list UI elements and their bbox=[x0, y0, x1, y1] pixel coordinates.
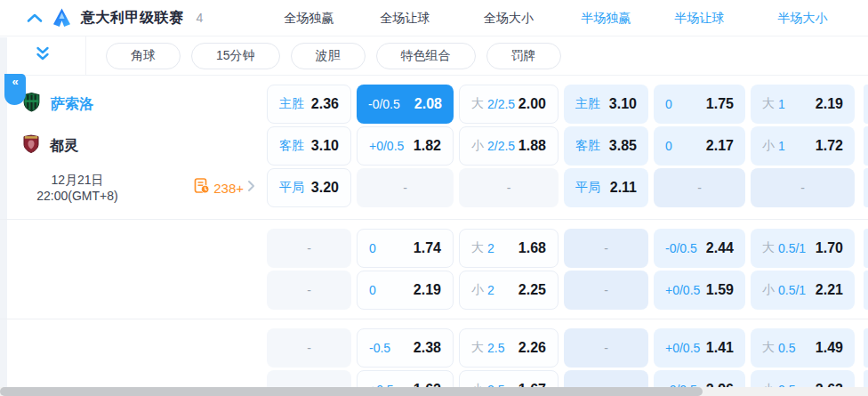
odds-cell[interactable]: 大21.68 bbox=[459, 229, 559, 268]
league-info: 意大利甲级联赛 4 bbox=[27, 8, 203, 28]
odds-cell[interactable]: 平局3.20 bbox=[267, 168, 351, 207]
odds-label-group: 大2 bbox=[471, 240, 494, 256]
expand-all-button[interactable] bbox=[0, 36, 86, 75]
more-markets-link[interactable]: 238+ bbox=[194, 178, 255, 198]
odds-cell[interactable]: 02.17 bbox=[654, 126, 745, 166]
home-team-row[interactable]: 萨索洛 bbox=[7, 85, 267, 124]
market-column-header[interactable]: 半场大小 bbox=[751, 11, 855, 27]
odds-cell-empty: - bbox=[459, 168, 559, 207]
odds-cell[interactable]: 小22.25 bbox=[459, 271, 559, 310]
market-pill-button[interactable]: 角球 bbox=[106, 43, 181, 69]
market-pill-button[interactable]: 15分钟 bbox=[191, 43, 280, 69]
odds-label-group: 主胜 bbox=[279, 96, 304, 112]
market-column-header[interactable]: 全场让球 bbox=[357, 11, 454, 27]
handicap-value: 2 bbox=[487, 283, 494, 297]
odds-label: 主胜 bbox=[279, 96, 304, 112]
odds-cell[interactable]: 大2/2.52.00 bbox=[459, 85, 559, 124]
odds-cell[interactable]: +0/0.51.59 bbox=[654, 271, 745, 310]
away-team-row[interactable]: 都灵 bbox=[7, 126, 267, 166]
odds-cell-empty: - bbox=[564, 328, 648, 368]
odds-label-group: -0/0.5 bbox=[368, 97, 400, 111]
odds-label-group: -0/0.5 bbox=[665, 241, 697, 255]
odds-value: 3.10 bbox=[609, 96, 637, 112]
odds-cell[interactable]: 客胜3.85 bbox=[564, 126, 648, 166]
odds-cell[interactable]: 01.75 bbox=[654, 85, 745, 124]
odds-label-group: 大0.5/1 bbox=[762, 240, 806, 256]
serie-a-logo-icon bbox=[53, 8, 70, 28]
market-column-header[interactable]: 全场独赢 bbox=[267, 11, 351, 27]
odds-cell[interactable]: 大12.19 bbox=[751, 85, 855, 124]
empty-dash: - bbox=[604, 241, 608, 255]
odds-cell[interactable]: 大0.5/11.70 bbox=[751, 229, 855, 268]
odds-cell[interactable]: 小0.5/12.21 bbox=[751, 271, 855, 310]
horizontal-scrollbar[interactable] bbox=[0, 387, 868, 396]
odds-cell[interactable]: +0/0.51.41 bbox=[654, 328, 745, 368]
odds-cell[interactable]: 客胜3.10 bbox=[267, 126, 351, 166]
odds-label: 客胜 bbox=[575, 138, 600, 154]
odds-label-group: 0 bbox=[369, 283, 376, 297]
handicap-value: 2/2.5 bbox=[487, 139, 515, 153]
handicap-value: 2.5 bbox=[487, 341, 504, 355]
odds-value: 2.26 bbox=[518, 340, 546, 356]
odds-cell[interactable]: 主胜3.10 bbox=[564, 85, 648, 124]
market-group-3: --0.52.38大2.52.26-+0/0.51.41大0.51.49-+0.… bbox=[7, 328, 868, 396]
odds-label-group: 平局 bbox=[279, 180, 304, 196]
odds-value: 1.74 bbox=[414, 240, 441, 256]
empty-dash: - bbox=[800, 181, 805, 195]
odds-cell[interactable]: 02.19 bbox=[357, 271, 454, 310]
odds-cell[interactable]: 平局2.11 bbox=[564, 168, 648, 207]
odds-label-group: 小2/2.5 bbox=[471, 138, 515, 154]
odds-label-group: 大0.5 bbox=[762, 340, 795, 356]
odds-cell[interactable]: +0/0.51.82 bbox=[357, 126, 454, 166]
odds-value: 1.75 bbox=[706, 96, 734, 112]
betting-odds-app: 意大利甲级联赛 4 全场独赢全场让球全场大小半场独赢半场让球半场大小 角球15分… bbox=[0, 0, 868, 396]
handicap-value: 2 bbox=[487, 241, 494, 255]
odds-label: +0/0.5 bbox=[665, 341, 700, 355]
odds-cell[interactable]: -0.52.38 bbox=[357, 328, 454, 368]
odds-cell[interactable]: -0/0.52.08 bbox=[357, 85, 454, 124]
odds-label: 客胜 bbox=[279, 138, 304, 154]
odds-value: 2.36 bbox=[311, 96, 339, 112]
odds-cell[interactable]: 大2.52.26 bbox=[459, 328, 559, 368]
scrollbar-thumb[interactable] bbox=[0, 387, 703, 396]
odds-cell[interactable]: 主胜2.36 bbox=[267, 85, 351, 124]
collapse-sidebar-tab[interactable]: « bbox=[4, 74, 26, 105]
odds-value: 3.85 bbox=[609, 138, 637, 154]
match-date: 12月21日 bbox=[23, 172, 132, 188]
odds-label-group: 小2 bbox=[471, 282, 494, 298]
odds-value: 2.38 bbox=[414, 340, 441, 356]
handicap-value: 0.5 bbox=[778, 341, 795, 355]
collapse-league-icon[interactable] bbox=[27, 12, 43, 23]
chevron-right-icon bbox=[247, 180, 255, 196]
market-group-2: -01.74大21.68--0/0.52.44大0.5/11.70-02.19小… bbox=[7, 229, 868, 310]
odds-label: +0/0.5 bbox=[369, 139, 404, 153]
odds-value: 3.20 bbox=[311, 180, 339, 196]
odds-label-group: 客胜 bbox=[279, 138, 304, 154]
over-under-label: 小 bbox=[471, 282, 484, 298]
over-under-label: 大 bbox=[471, 340, 484, 356]
odds-value: 2.08 bbox=[414, 96, 442, 112]
over-under-label: 大 bbox=[471, 240, 484, 256]
odds-cell[interactable]: -0/0.52.44 bbox=[654, 229, 745, 268]
odds-cell[interactable]: 大0.51.49 bbox=[751, 328, 855, 368]
odds-label-group: -0.5 bbox=[369, 341, 390, 355]
over-under-label: 小 bbox=[471, 138, 484, 154]
market-column-header[interactable]: 半场让球 bbox=[654, 11, 745, 27]
handicap-value: 0.5/1 bbox=[778, 283, 806, 297]
league-title: 意大利甲级联赛 bbox=[81, 9, 184, 28]
odds-label-group: 主胜 bbox=[575, 96, 600, 112]
market-pill-button[interactable]: 波胆 bbox=[291, 43, 366, 69]
odds-cell[interactable]: 小11.72 bbox=[751, 126, 855, 166]
market-column-header[interactable]: 全场大小 bbox=[459, 11, 559, 27]
odds-value: 2.11 bbox=[610, 180, 637, 196]
empty-dash: - bbox=[507, 181, 511, 195]
empty-dash: - bbox=[604, 283, 608, 297]
league-header-row: 意大利甲级联赛 4 全场独赢全场让球全场大小半场独赢半场让球半场大小 bbox=[0, 0, 868, 36]
over-under-label: 大 bbox=[762, 96, 775, 112]
market-column-header[interactable]: 半场独赢 bbox=[564, 11, 648, 27]
odds-cell[interactable]: 01.74 bbox=[357, 229, 454, 268]
market-pill-button[interactable]: 特色组合 bbox=[376, 43, 476, 69]
match-block: 萨索洛 都灵 12月21日 22:00(GMT+8) bbox=[7, 85, 868, 210]
market-pill-button[interactable]: 罚牌 bbox=[486, 43, 561, 69]
odds-cell[interactable]: 小2/2.51.88 bbox=[459, 126, 559, 166]
